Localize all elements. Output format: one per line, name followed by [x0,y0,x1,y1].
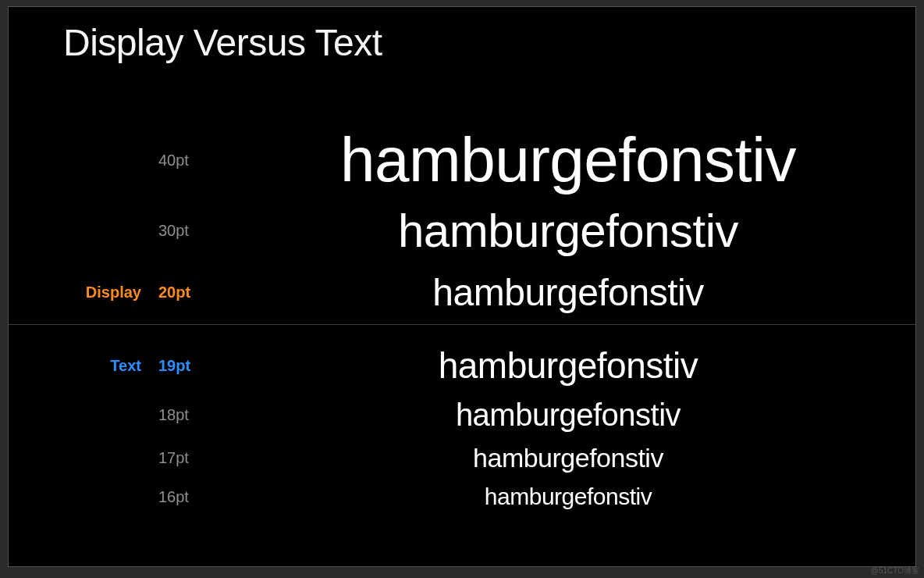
size-label: 30pt [141,222,221,240]
sample-text: hamburgefonstiv [221,483,915,510]
sample-row: 17pt hamburgefonstiv [9,443,915,473]
slide-frame: Display Versus Text 40pt hamburgefonstiv… [8,6,916,567]
sample-text: hamburgefonstiv [221,398,915,433]
sample-text: hamburgefonstiv [221,204,915,258]
size-label: 18pt [141,406,221,424]
sample-text: hamburgefonstiv [221,124,915,196]
sample-text: hamburgefonstiv [221,443,915,473]
sample-row: Text 19pt hamburgefonstiv [9,344,915,387]
category-label-text: Text [9,357,141,375]
watermark: @51CTO博客 [871,566,919,576]
slide-title: Display Versus Text [63,21,382,64]
category-label-display: Display [9,284,141,301]
size-label: 17pt [141,449,221,467]
sample-row: 40pt hamburgefonstiv [9,124,915,196]
size-label: 20pt [141,284,221,301]
size-label: 40pt [141,152,221,169]
sample-row: Display 20pt hamburgefonstiv [9,271,915,314]
sample-row: 18pt hamburgefonstiv [9,398,915,433]
size-label: 19pt [141,357,221,375]
sample-text: hamburgefonstiv [221,344,915,387]
size-label: 16pt [141,488,221,506]
section-divider [9,324,915,325]
sample-row: 16pt hamburgefonstiv [9,483,915,510]
sample-row: 30pt hamburgefonstiv [9,204,915,258]
sample-text: hamburgefonstiv [221,271,915,314]
